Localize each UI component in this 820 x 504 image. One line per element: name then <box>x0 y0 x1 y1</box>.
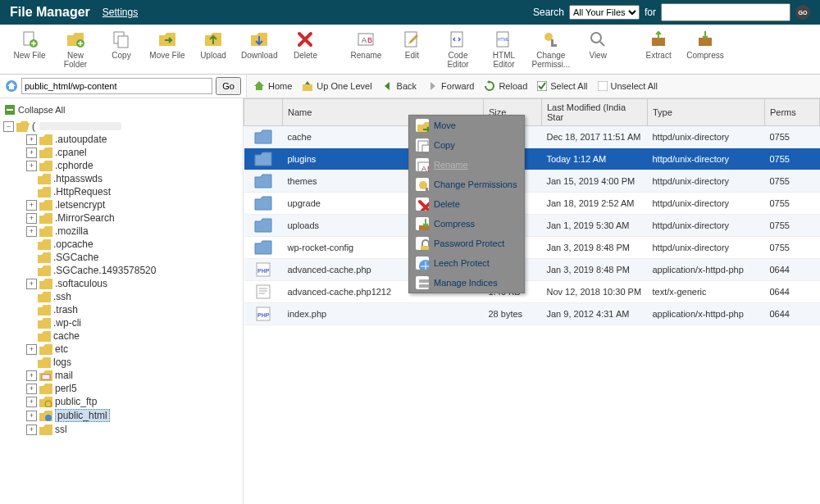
context-compress[interactable]: Compress <box>409 214 524 234</box>
tree-node[interactable]: .wp-cli <box>26 316 239 329</box>
tree-node[interactable]: +.MirrorSearch <box>26 211 239 225</box>
folder-icon <box>39 384 52 394</box>
toolbar-view[interactable]: View <box>575 28 621 70</box>
tree-node[interactable]: +.autoupdate <box>26 133 239 146</box>
tree-node[interactable]: .SGCache <box>26 251 239 264</box>
nav-select-all[interactable]: Select All <box>537 81 587 91</box>
table-row[interactable]: plugins4 KBToday 1:12 AMhttpd/unix-direc… <box>244 148 820 170</box>
expand-toggle[interactable]: + <box>26 370 37 381</box>
table-row[interactable]: uploads4 KBJan 1, 2019 5:30 AMhttpd/unix… <box>244 215 820 237</box>
cell-perms: 0644 <box>765 281 820 303</box>
expand-toggle[interactable]: + <box>26 397 37 407</box>
table-row[interactable]: wp-rocket-config4 KBJan 3, 2019 8:48 PMh… <box>244 237 820 259</box>
context-label: Change Permissions <box>434 179 517 189</box>
toolbar-extract[interactable]: Extract <box>636 28 681 70</box>
expand-toggle[interactable]: + <box>26 279 37 289</box>
tree-root[interactable]: − ( <box>3 120 239 133</box>
context-delete[interactable]: Delete <box>409 194 524 214</box>
toolbar-download[interactable]: Download <box>236 28 282 70</box>
table-row[interactable]: PHPindex.php28 bytesJan 9, 2012 4:31 AMa… <box>244 303 820 325</box>
search-scope-select[interactable]: All Your Files <box>569 5 640 20</box>
context-move[interactable]: Move <box>409 116 524 135</box>
tree-node[interactable]: .SGCache.1493578520 <box>26 264 239 277</box>
toolbar-delete[interactable]: Delete <box>282 28 328 70</box>
nav-unselect-all[interactable]: Unselect All <box>598 81 658 91</box>
tree-node-label: .wp-cli <box>53 317 81 329</box>
tree-node[interactable]: cache <box>26 329 239 343</box>
expand-toggle[interactable]: + <box>26 344 37 355</box>
body-area: Collapse All − ( +.autoupdate+.cpanel+.c… <box>0 98 820 504</box>
tree-node-label: .softaculous <box>55 278 107 289</box>
path-input[interactable] <box>21 78 212 94</box>
tree-node[interactable]: .htpasswds <box>26 172 239 185</box>
table-row[interactable]: advanced-cache.php12121.46 KBNov 12, 201… <box>244 281 820 303</box>
nav-up[interactable]: Up One Level <box>302 80 371 92</box>
nav-forward[interactable]: Forward <box>426 80 474 92</box>
tree-node[interactable]: +.cpanel <box>26 146 239 159</box>
tree-node[interactable]: +ssl <box>26 423 239 436</box>
toolbar-edit[interactable]: Edit <box>389 28 435 70</box>
tree-node[interactable]: .opcache <box>26 238 239 251</box>
context-change-permissions[interactable]: Change Permissions <box>409 175 524 194</box>
toolbar-code-editor[interactable]: Code Editor <box>435 28 481 70</box>
search-input[interactable] <box>661 3 790 21</box>
nav-home[interactable]: Home <box>253 80 292 92</box>
path-go-button[interactable]: Go <box>216 77 241 95</box>
expand-toggle[interactable]: + <box>26 200 37 211</box>
expand-toggle[interactable]: + <box>26 384 37 394</box>
nav-back[interactable]: Back <box>382 80 417 92</box>
toolbar-upload[interactable]: Upload <box>190 28 236 70</box>
toolbar-change-permissions[interactable]: Change Permissi... <box>526 28 575 70</box>
toolbar-copy[interactable]: Copy <box>98 28 144 70</box>
search-go-button[interactable]: GO <box>795 5 810 20</box>
expand-toggle[interactable]: + <box>26 425 37 435</box>
toolbar-label: View <box>589 51 607 60</box>
cell-type: application/x-httpd-php <box>648 303 765 325</box>
cell-modified: Jan 1, 2019 5:30 AM <box>542 215 648 237</box>
tree-node[interactable]: +.letsencrypt <box>26 198 239 211</box>
col-last-modified[interactable]: Last Modified (India Star <box>542 99 648 126</box>
col-type[interactable]: Type <box>648 99 765 126</box>
tree-node[interactable]: logs <box>26 356 239 369</box>
toolbar-html-editor[interactable]: HTMLHTML Editor <box>481 28 526 70</box>
tree-node[interactable]: +mail <box>26 369 239 382</box>
table-row[interactable]: PHPadvanced-cache.php0 bytesJan 3, 2019 … <box>244 259 820 281</box>
table-row[interactable]: cache4 KBDec 18, 2017 11:51 AMhttpd/unix… <box>244 126 820 148</box>
col-icon[interactable] <box>244 99 283 126</box>
tree-node[interactable]: +.softaculous <box>26 277 239 290</box>
tree-node[interactable]: +perl5 <box>26 382 239 395</box>
expand-toggle[interactable]: + <box>26 148 37 158</box>
tree-node[interactable]: +.mozilla <box>26 225 239 238</box>
expand-toggle[interactable]: − <box>3 121 14 132</box>
context-manage-indices[interactable]: Manage Indices <box>409 273 524 293</box>
context-leech-protect[interactable]: Leech Protect <box>409 253 524 273</box>
context-copy[interactable]: Copy <box>409 135 524 155</box>
expand-toggle[interactable]: + <box>26 411 37 421</box>
nav-reload[interactable]: Reload <box>484 80 527 92</box>
context-password-protect[interactable]: Password Protect <box>409 234 524 253</box>
toolbar-move-file[interactable]: Move File <box>144 28 190 70</box>
tree-node[interactable]: +.cphorde <box>26 159 239 172</box>
tree-node[interactable]: +public_ftp <box>26 395 239 408</box>
expand-toggle[interactable]: + <box>26 161 37 171</box>
col-perms[interactable]: Perms <box>765 99 820 126</box>
toolbar-new-file[interactable]: New File <box>7 28 52 70</box>
table-row[interactable]: upgrade4 KBJan 18, 2019 2:52 AMhttpd/uni… <box>244 193 820 215</box>
main-toolbar: New FileNew FolderCopyMove FileUploadDow… <box>0 25 820 75</box>
collapse-all-button[interactable]: Collapse All <box>3 103 239 116</box>
tree-node[interactable]: +public_html <box>26 408 239 423</box>
toolbar-new-folder[interactable]: New Folder <box>52 28 98 70</box>
toolbar-rename[interactable]: ABRename <box>343 28 389 70</box>
tree-node[interactable]: +etc <box>26 343 239 356</box>
tree-node[interactable]: .trash <box>26 303 239 316</box>
expand-toggle[interactable]: + <box>26 134 37 145</box>
table-row[interactable]: themes4 KBJan 15, 2019 4:00 PMhttpd/unix… <box>244 170 820 193</box>
settings-link[interactable]: Settings <box>102 7 138 18</box>
toolbar-compress[interactable]: Compress <box>681 28 729 70</box>
expand-toggle[interactable]: + <box>26 213 37 224</box>
checkbox-empty-icon <box>598 81 608 91</box>
expand-toggle[interactable]: + <box>26 226 37 237</box>
rename-icon: AB <box>356 30 376 49</box>
tree-node[interactable]: .HttpRequest <box>26 185 239 198</box>
tree-node[interactable]: .ssh <box>26 290 239 303</box>
